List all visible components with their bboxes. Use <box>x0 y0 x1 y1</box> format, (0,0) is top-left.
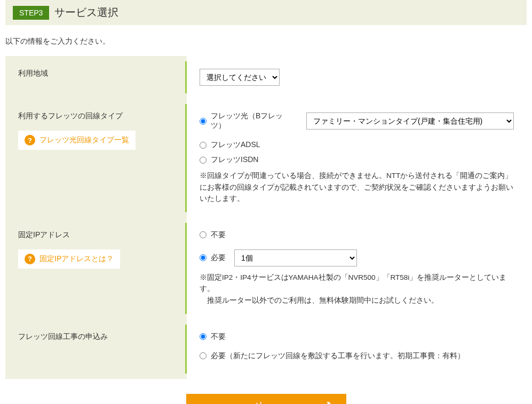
row-area-label: 利用地域 <box>18 69 174 78</box>
fixed-ip-note: ※固定IP2・IP4サービスはYAMAHA社製の「NVR500」「RT58i」を… <box>200 272 514 306</box>
row-fixed-ip-input-col: 不要 必要 1個 ※固定IP2・IP4サービスはYAMAHA社製の「NVR500… <box>187 217 527 319</box>
question-icon: ? <box>25 254 35 264</box>
row-construction-label: フレッツ回線工事の申込み <box>18 332 174 342</box>
row-line-type-label: 利用するフレッツの回線タイプ <box>18 111 174 121</box>
row-construction-input-col: 不要 必要（新たにフレッツ回線を敷設する工事を行います。初期工事費：有料） <box>187 319 527 379</box>
line-type-help-link[interactable]: ? フレッツ光回線タイプ一覧 <box>18 131 136 150</box>
radio-ip-needed-label[interactable]: 必要 <box>211 253 226 263</box>
submit-wrap: 次へ ❯ <box>5 379 527 404</box>
fixed-ip-help-text: 固定IPアドレスとは？ <box>39 254 114 264</box>
radio-cons-unneeded[interactable] <box>200 333 207 340</box>
row-construction-label-col: フレッツ回線工事の申込み <box>5 319 187 379</box>
row-fixed-ip-label: 固定IPアドレス <box>18 230 174 240</box>
row-fixed-ip-label-col: 固定IPアドレス ? 固定IPアドレスとは？ <box>5 217 187 319</box>
radio-ip-unneeded[interactable] <box>200 231 207 238</box>
row-line-type: 利用するフレッツの回線タイプ ? フレッツ光回線タイプ一覧 フレッツ光（Bフレッ… <box>5 99 527 217</box>
next-button-label: 次へ <box>256 400 277 404</box>
row-construction: フレッツ回線工事の申込み 不要 必要（新たにフレッツ回線を敷設する工事を行います… <box>5 319 527 379</box>
step-header: STEP3 サービス選択 <box>5 0 527 25</box>
radio-ip-unneeded-label[interactable]: 不要 <box>211 230 226 240</box>
row-area: 利用地域 選択してください <box>5 56 527 99</box>
radio-cons-needed-label[interactable]: 必要（新たにフレッツ回線を敷設する工事を行います。初期工事費：有料） <box>211 351 465 361</box>
radio-cons-needed[interactable] <box>200 352 207 359</box>
flets-hikari-type-select[interactable]: ファミリー・マンションタイプ(戸建・集合住宅用) <box>306 112 514 130</box>
question-icon: ? <box>25 135 35 146</box>
row-area-input-col: 選択してください <box>187 56 527 99</box>
radio-flets-hikari-label[interactable]: フレッツ光（Bフレッツ） <box>211 111 298 131</box>
row-fixed-ip: 固定IPアドレス ? 固定IPアドレスとは？ 不要 必要 1個 ※固定IP2・I… <box>5 217 527 319</box>
radio-cons-unneeded-label[interactable]: 不要 <box>211 332 226 342</box>
radio-flets-adsl[interactable] <box>200 142 207 149</box>
area-select[interactable]: 選択してください <box>200 69 280 86</box>
row-line-type-label-col: 利用するフレッツの回線タイプ ? フレッツ光回線タイプ一覧 <box>5 99 187 217</box>
next-button[interactable]: 次へ ❯ <box>186 394 346 404</box>
chevron-right-icon: ❯ <box>325 400 335 404</box>
line-type-note: ※回線タイプが間違っている場合、接続ができません。NTTから送付される「開通のご… <box>200 170 514 205</box>
step-badge: STEP3 <box>13 6 49 20</box>
radio-ip-needed[interactable] <box>200 254 207 261</box>
ip-count-select[interactable]: 1個 <box>234 249 357 266</box>
radio-flets-isdn[interactable] <box>200 157 207 164</box>
fixed-ip-note-line1: ※固定IP2・IP4サービスはYAMAHA社製の「NVR500」「RT58i」を… <box>200 273 506 293</box>
fixed-ip-help-link[interactable]: ? 固定IPアドレスとは？ <box>18 249 120 269</box>
row-line-type-input-col: フレッツ光（Bフレッツ） ファミリー・マンションタイプ(戸建・集合住宅用) フレ… <box>187 99 527 217</box>
page-title: サービス選択 <box>54 5 118 20</box>
instruction-text: 以下の情報をご入力ください。 <box>5 37 527 46</box>
fixed-ip-note-line2: 推奨ルーター以外でのご利用は、無料体験期間中にお試しください。 <box>200 295 439 306</box>
radio-flets-adsl-label[interactable]: フレッツADSL <box>211 140 260 150</box>
row-area-label-col: 利用地域 <box>5 56 187 99</box>
radio-flets-hikari[interactable] <box>200 118 207 125</box>
radio-flets-isdn-label[interactable]: フレッツISDN <box>211 155 258 165</box>
line-type-help-text: フレッツ光回線タイプ一覧 <box>39 135 129 145</box>
